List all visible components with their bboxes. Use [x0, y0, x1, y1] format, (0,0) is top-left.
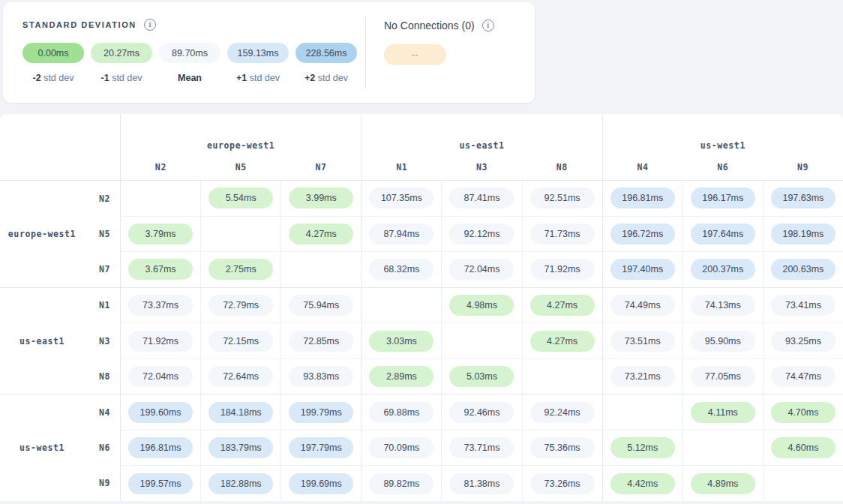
latency-pill[interactable]: 72.15ms: [208, 331, 273, 352]
latency-cell: 5.03ms: [441, 359, 521, 394]
latency-pill[interactable]: 3.67ms: [128, 259, 193, 280]
latency-pill[interactable]: 92.46ms: [449, 402, 514, 423]
latency-cell: 196.81ms: [120, 430, 200, 466]
latency-pill[interactable]: 2.75ms: [208, 259, 273, 280]
latency-pill[interactable]: 73.26ms: [530, 473, 595, 494]
latency-pill[interactable]: 92.24ms: [530, 402, 595, 423]
latency-pill[interactable]: 199.79ms: [289, 402, 353, 423]
latency-pill[interactable]: 4.27ms: [530, 331, 595, 352]
latency-pill[interactable]: 73.71ms: [449, 437, 514, 458]
latency-cell: 5.12ms: [602, 430, 682, 466]
latency-pill[interactable]: 198.19ms: [771, 224, 836, 244]
latency-cell: 199.79ms: [280, 394, 361, 430]
latency-cell: 72.15ms: [200, 323, 280, 358]
latency-pill[interactable]: 2.89ms: [369, 366, 434, 387]
latency-cell: 93.25ms: [763, 323, 843, 358]
legend-card: STANDARD DEVIATION i 0.00ms20.27ms89.70m…: [3, 2, 535, 103]
column-node-row: N2N5N7: [121, 162, 361, 172]
latency-pill[interactable]: 87.94ms: [369, 224, 434, 244]
latency-pill[interactable]: 200.63ms: [771, 259, 836, 280]
latency-pill[interactable]: 75.94ms: [289, 295, 353, 316]
latency-pill[interactable]: 107.35ms: [369, 188, 434, 208]
latency-pill[interactable]: 72.85ms: [289, 331, 353, 352]
latency-pill[interactable]: 72.04ms: [128, 366, 193, 387]
latency-pill[interactable]: 4.98ms: [449, 295, 514, 316]
latency-pill[interactable]: 72.64ms: [208, 366, 273, 387]
latency-pill[interactable]: 4.11ms: [691, 402, 755, 423]
latency-pill[interactable]: 92.51ms: [530, 188, 595, 208]
latency-pill[interactable]: 72.04ms: [449, 259, 514, 280]
latency-cell: [200, 217, 280, 252]
latency-cell: 74.47ms: [763, 359, 843, 394]
column-node-label: N8: [522, 162, 602, 172]
latency-pill[interactable]: 3.99ms: [289, 188, 353, 208]
latency-pill[interactable]: 70.09ms: [369, 437, 434, 458]
latency-pill[interactable]: 93.83ms: [289, 366, 353, 387]
info-icon[interactable]: i: [144, 19, 156, 31]
latency-pill[interactable]: 4.70ms: [771, 402, 836, 423]
latency-cell: 197.63ms: [763, 181, 843, 216]
latency-pill[interactable]: 196.81ms: [610, 188, 675, 208]
latency-pill[interactable]: 4.27ms: [289, 224, 353, 244]
latency-pill[interactable]: 4.42ms: [610, 473, 675, 494]
latency-pill[interactable]: 3.03ms: [369, 331, 434, 352]
latency-pill[interactable]: 77.05ms: [691, 366, 755, 387]
latency-pill[interactable]: 81.38ms: [449, 473, 514, 494]
latency-pill[interactable]: 200.37ms: [691, 259, 755, 280]
latency-cell: 73.37ms: [120, 288, 200, 323]
latency-pill[interactable]: 199.69ms: [289, 473, 353, 494]
latency-pill[interactable]: 68.32ms: [369, 259, 434, 280]
latency-pill[interactable]: 74.13ms: [691, 295, 755, 316]
latency-pill[interactable]: 95.90ms: [691, 331, 755, 352]
info-icon[interactable]: i: [482, 20, 494, 32]
latency-pill[interactable]: 87.41ms: [449, 188, 514, 208]
latency-cell: 2.75ms: [200, 252, 280, 287]
latency-cell: 182.88ms: [200, 466, 280, 501]
column-region-label: us-east1: [362, 140, 602, 151]
latency-pill[interactable]: 182.88ms: [208, 473, 273, 494]
latency-pill[interactable]: 196.72ms: [610, 224, 675, 244]
latency-pill[interactable]: 4.60ms: [771, 437, 836, 458]
latency-pill[interactable]: 4.27ms: [530, 295, 595, 316]
latency-pill[interactable]: 197.63ms: [771, 188, 836, 208]
latency-pill[interactable]: 4.89ms: [691, 473, 755, 494]
latency-pill[interactable]: 71.92ms: [530, 259, 595, 280]
latency-pill[interactable]: 197.64ms: [691, 224, 755, 244]
latency-pill[interactable]: 92.12ms: [449, 224, 514, 244]
table-row: 199.57ms182.88ms199.69ms89.82ms81.38ms73…: [120, 465, 843, 501]
latency-cell: 73.41ms: [763, 288, 843, 323]
legend-label-suffix: std dev: [44, 73, 74, 83]
latency-pill[interactable]: 197.79ms: [289, 437, 353, 458]
latency-pill[interactable]: 73.21ms: [610, 366, 675, 387]
latency-pill[interactable]: 74.49ms: [610, 295, 675, 316]
latency-pill[interactable]: 75.36ms: [530, 437, 595, 458]
latency-pill[interactable]: 73.41ms: [771, 295, 836, 316]
latency-pill[interactable]: 199.60ms: [128, 402, 193, 423]
latency-pill[interactable]: 197.40ms: [610, 259, 675, 280]
latency-pill[interactable]: 74.47ms: [771, 366, 836, 387]
latency-pill[interactable]: 71.73ms: [530, 224, 595, 244]
latency-pill[interactable]: 183.79ms: [208, 437, 273, 458]
latency-cell: 87.94ms: [361, 217, 441, 252]
latency-pill[interactable]: 71.92ms: [128, 331, 193, 352]
row-node-label: N4: [84, 394, 120, 430]
latency-pill[interactable]: 5.03ms: [449, 366, 514, 387]
latency-pill[interactable]: 184.18ms: [208, 402, 273, 423]
latency-pill[interactable]: 72.79ms: [208, 295, 273, 316]
latency-pill[interactable]: 69.88ms: [369, 402, 434, 423]
latency-pill[interactable]: 5.12ms: [610, 437, 675, 458]
latency-pill[interactable]: 196.17ms: [691, 188, 755, 208]
latency-pill[interactable]: 5.54ms: [208, 188, 273, 208]
latency-pill[interactable]: 196.81ms: [128, 437, 193, 458]
latency-pill[interactable]: 73.51ms: [610, 331, 675, 352]
matrix-corner-cell: [0, 114, 120, 180]
legend-label-suffix: std dev: [112, 73, 142, 83]
latency-pill[interactable]: 199.57ms: [128, 473, 193, 494]
latency-pill[interactable]: 73.37ms: [128, 295, 193, 316]
latency-cell: 69.88ms: [361, 394, 441, 430]
latency-pill[interactable]: 93.25ms: [771, 331, 836, 352]
column-node-row: N4N6N9: [603, 162, 843, 172]
table-row: 72.04ms72.64ms93.83ms2.89ms5.03ms73.21ms…: [120, 358, 843, 394]
latency-pill[interactable]: 89.82ms: [369, 473, 434, 494]
latency-pill[interactable]: 3.79ms: [128, 224, 193, 244]
